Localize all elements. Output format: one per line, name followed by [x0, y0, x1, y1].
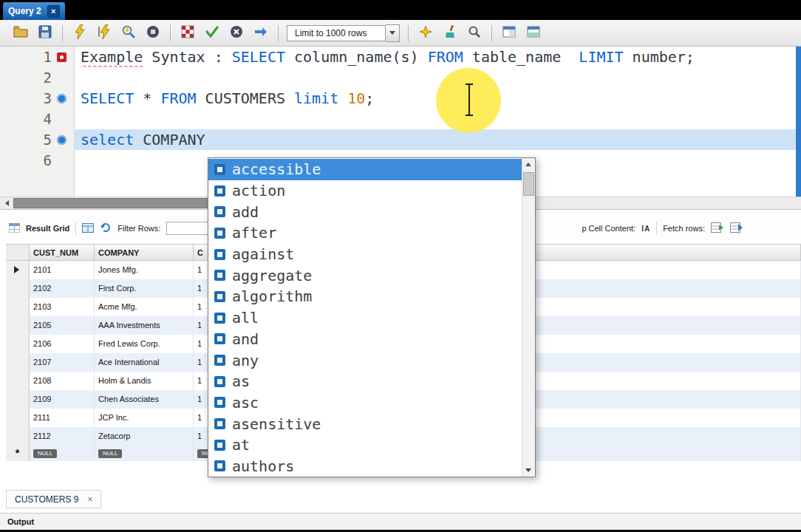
autocomplete-item[interactable]: at	[208, 434, 522, 456]
editor-line[interactable]: 5 select COMPANY	[0, 129, 801, 150]
autocomplete-item[interactable]: action	[208, 180, 522, 202]
execute-current-button[interactable]	[95, 24, 113, 42]
query-tab[interactable]: Query 2 ×	[3, 2, 65, 20]
table-cell[interactable]: 2106	[30, 335, 95, 353]
table-cell[interactable]: NULL	[95, 446, 194, 461]
autocomplete-item[interactable]: any	[208, 349, 522, 371]
clean-button[interactable]	[441, 24, 459, 42]
editor-line[interactable]: 4	[0, 109, 801, 129]
autocomplete-item[interactable]: all	[208, 307, 522, 329]
row-selector[interactable]	[6, 353, 30, 372]
editor-line[interactable]: 3 SELECT * FROM CUSTOMERS limit 10;	[0, 88, 801, 109]
row-selector[interactable]	[6, 298, 30, 316]
save-button[interactable]	[36, 24, 54, 42]
autocomplete-item[interactable]: algorithm	[208, 286, 522, 307]
editor-line[interactable]: 2	[0, 67, 801, 88]
execute-button[interactable]	[71, 24, 89, 42]
beautify-button[interactable]	[417, 24, 434, 42]
autocomplete-popup: accessible action add after against aggr…	[208, 157, 536, 477]
commit-button[interactable]	[203, 24, 221, 42]
keyword-icon	[214, 418, 225, 429]
search-button[interactable]	[466, 24, 483, 42]
scrollbar-thumb[interactable]	[523, 172, 534, 196]
row-selector[interactable]	[6, 390, 30, 409]
autocomplete-item[interactable]: authors	[208, 456, 522, 477]
scroll-down-icon[interactable]	[522, 464, 534, 477]
stop-button[interactable]	[144, 24, 162, 42]
row-selector[interactable]	[6, 279, 30, 298]
close-tab-icon[interactable]: ×	[47, 5, 60, 18]
table-cell[interactable]: 2107	[30, 353, 95, 372]
table-cell[interactable]: First Corp.	[95, 279, 194, 298]
grid-view-button[interactable]	[82, 223, 94, 234]
code-segment	[338, 89, 347, 107]
fetch-next-button[interactable]	[730, 222, 743, 234]
autocomplete-item[interactable]: against	[208, 244, 522, 265]
code-segment: column_name(s)	[285, 48, 428, 66]
table-cell[interactable]: Zetacorp	[95, 427, 194, 446]
table-cell[interactable]: Jones Mfg.	[95, 261, 194, 279]
scroll-left-icon[interactable]	[1, 197, 13, 209]
table-cell[interactable]: 2112	[30, 427, 95, 446]
table-cell[interactable]: 2109	[30, 390, 95, 409]
table-cell[interactable]: Acme Mfg.	[95, 298, 194, 316]
row-selector[interactable]	[6, 316, 30, 335]
editor-line[interactable]: 1 Example Syntax : SELECT column_name(s)…	[0, 47, 801, 67]
autocomplete-item[interactable]: as	[208, 371, 522, 392]
editor-gutter: 5	[0, 129, 74, 150]
table-cell[interactable]: 2103	[30, 298, 95, 316]
result-tab-customers[interactable]: CUSTOMERS 9 ×	[6, 490, 101, 508]
autocomplete-item[interactable]: aggregate	[208, 265, 522, 286]
scroll-up-icon[interactable]	[522, 158, 534, 171]
rollback-button[interactable]	[228, 24, 245, 42]
close-icon[interactable]: ×	[87, 494, 92, 505]
table-cell[interactable]: 2102	[30, 279, 95, 298]
autocomplete-item[interactable]: asc	[208, 392, 522, 414]
wrap-content-icon[interactable]: IA	[641, 225, 650, 233]
table-cell[interactable]: AAA Investments	[95, 316, 194, 335]
table-cell[interactable]: Ace International	[95, 353, 194, 372]
autocomplete-item[interactable]: asensitive	[208, 413, 522, 434]
keyword-icon	[214, 460, 225, 471]
row-selector[interactable]	[6, 335, 30, 353]
keyword-icon	[214, 440, 225, 451]
autocomplete-item[interactable]: add	[208, 201, 522, 222]
table-cell[interactable]: 2105	[30, 316, 95, 335]
stop-on-error-toggle[interactable]	[179, 24, 197, 42]
fetch-prev-button[interactable]	[711, 222, 724, 234]
table-cell[interactable]: Chen Associates	[95, 390, 194, 409]
code-line[interactable]: select COMPANY	[74, 129, 801, 150]
open-file-button[interactable]	[12, 24, 30, 42]
code-segment: CUSTOMERS	[197, 89, 294, 107]
column-header[interactable]: COMPANY	[95, 245, 194, 260]
autocomplete-item[interactable]: after	[208, 222, 522, 244]
code-line[interactable]	[74, 67, 801, 88]
table-cell[interactable]: 2111	[30, 409, 95, 427]
row-limit-dropdown[interactable]: Limit to 1000 rows	[287, 25, 400, 41]
editor-lines: 1 Example Syntax : SELECT column_name(s)…	[0, 47, 801, 171]
row-selector[interactable]	[6, 372, 30, 390]
autocomplete-item[interactable]: accessible	[208, 159, 522, 180]
column-header[interactable]: CUST_NUM	[30, 245, 95, 260]
table-cell[interactable]: Fred Lewis Corp.	[95, 335, 194, 353]
table-cell[interactable]: NULL	[30, 446, 95, 461]
autocomplete-scrollbar[interactable]	[522, 158, 535, 477]
new-row-selector[interactable]: *	[6, 446, 30, 461]
table-cell[interactable]: 2101	[30, 261, 95, 279]
table-cell[interactable]: JCP Inc.	[95, 409, 194, 427]
autocommit-toggle[interactable]	[252, 24, 270, 42]
table-cell[interactable]: 2108	[30, 372, 95, 390]
refresh-button[interactable]	[100, 222, 112, 234]
explain-button[interactable]	[120, 24, 137, 42]
toolbar-separator	[491, 25, 492, 41]
row-selector[interactable]	[6, 261, 30, 279]
code-line[interactable]: Example Syntax : SELECT column_name(s) F…	[74, 47, 801, 67]
row-selector[interactable]	[6, 427, 30, 446]
toggle-panel-2-button[interactable]	[525, 24, 542, 42]
row-selector[interactable]	[6, 409, 30, 427]
keyword-icon	[214, 376, 225, 387]
table-cell[interactable]: Holm & Landis	[95, 372, 194, 390]
dropdown-arrow-icon[interactable]	[386, 24, 400, 42]
autocomplete-item[interactable]: and	[208, 329, 522, 350]
toggle-panel-1-button[interactable]	[500, 24, 518, 42]
